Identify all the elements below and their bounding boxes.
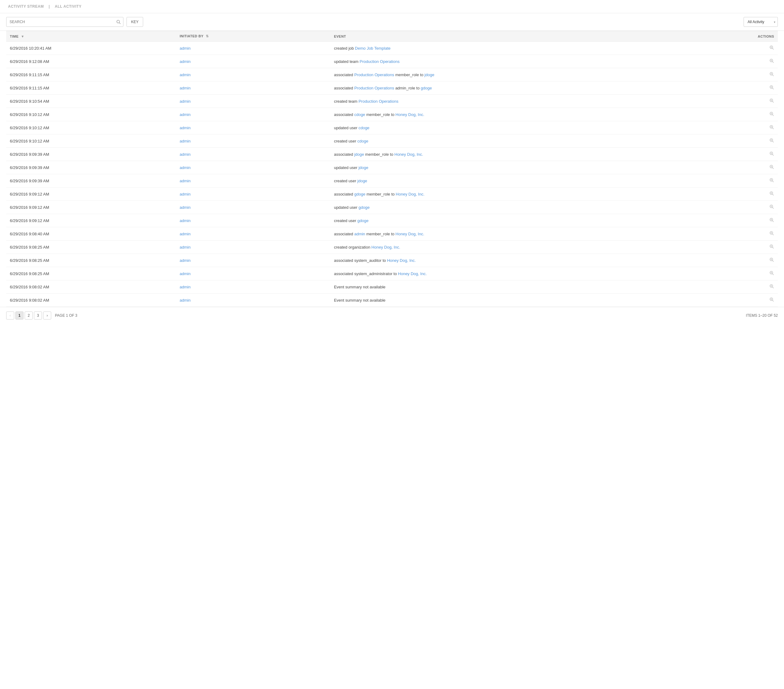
event-link[interactable]: cdoge: [359, 125, 369, 130]
magnify-icon[interactable]: [769, 218, 774, 223]
magnify-icon[interactable]: [769, 125, 774, 130]
initiated-by-link[interactable]: admin: [180, 139, 190, 143]
event-link-1[interactable]: gdoge: [354, 192, 365, 196]
time-cell: 6/29/2016 9:09:12 AM: [6, 187, 176, 201]
event-cell: created user cdoge: [330, 135, 731, 148]
event-link-1[interactable]: Production Operations: [354, 72, 394, 77]
initiated-by-column-header[interactable]: INITIATED BY ⇅: [176, 31, 330, 42]
search-button[interactable]: [114, 17, 123, 26]
svg-line-19: [772, 102, 774, 103]
time-cell: 6/29/2016 9:10:12 AM: [6, 121, 176, 135]
initiated-by-link[interactable]: admin: [180, 271, 190, 276]
time-column-header[interactable]: TIME ▼: [6, 31, 176, 42]
table-row: 6/29/2016 9:10:12 AMadminassociated cdog…: [6, 108, 778, 121]
initiated-by-link[interactable]: admin: [180, 59, 190, 64]
magnify-icon[interactable]: [769, 298, 774, 303]
time-cell: 6/29/2016 9:09:39 AM: [6, 148, 176, 161]
magnify-icon[interactable]: [769, 271, 774, 276]
initiated-by-link[interactable]: admin: [180, 284, 190, 289]
magnify-icon[interactable]: [769, 205, 774, 210]
magnify-icon[interactable]: [769, 86, 774, 90]
time-cell: 6/29/2016 9:08:02 AM: [6, 294, 176, 307]
event-link-2[interactable]: Honey Dog, Inc.: [395, 232, 424, 236]
magnify-icon[interactable]: [769, 138, 774, 144]
initiated-by-link[interactable]: admin: [180, 192, 190, 196]
magnify-icon[interactable]: [769, 152, 774, 157]
magnify-icon[interactable]: [769, 245, 774, 250]
initiated-by-link[interactable]: admin: [180, 179, 190, 183]
time-cell: 6/29/2016 9:08:02 AM: [6, 280, 176, 294]
search-input[interactable]: [7, 17, 114, 26]
event-link[interactable]: Honey Dog, Inc.: [372, 245, 400, 250]
initiated-by-link[interactable]: admin: [180, 125, 190, 130]
magnify-icon[interactable]: [769, 72, 774, 77]
magnify-icon[interactable]: [769, 192, 774, 197]
event-link-2[interactable]: Honey Dog, Inc.: [396, 192, 425, 196]
initiated-by-link[interactable]: admin: [180, 86, 190, 90]
initiated-by-link[interactable]: admin: [180, 112, 190, 117]
event-link-1[interactable]: jdoge: [354, 152, 364, 157]
event-link-2[interactable]: jdoge: [425, 72, 435, 77]
event-link[interactable]: jdoge: [357, 179, 367, 183]
actions-cell: [731, 174, 778, 187]
time-cell: 6/29/2016 9:09:39 AM: [6, 161, 176, 174]
event-link-1[interactable]: admin: [354, 232, 365, 236]
initiated-by-link[interactable]: admin: [180, 298, 190, 303]
event-link-2[interactable]: Honey Dog, Inc.: [395, 112, 424, 117]
event-link-1[interactable]: cdoge: [354, 112, 365, 117]
event-link[interactable]: cdoge: [357, 139, 368, 143]
initiated-by-link[interactable]: admin: [180, 152, 190, 157]
page-3-button[interactable]: 3: [34, 311, 42, 319]
initiated-by-link[interactable]: admin: [180, 232, 190, 236]
initiated-by-cell: admin: [176, 214, 330, 227]
event-link-2[interactable]: gdoge: [421, 86, 432, 90]
sort-icon-2: ⇅: [206, 34, 209, 38]
event-cell: associated Production Operations member_…: [330, 68, 731, 81]
magnify-icon[interactable]: [769, 99, 774, 104]
event-cell: associated Production Operations admin_r…: [330, 81, 731, 95]
magnify-icon[interactable]: [769, 59, 774, 64]
table-row: 6/29/2016 9:08:02 AMadminEvent summary n…: [6, 294, 778, 307]
actions-column-header: ACTIONS: [731, 31, 778, 42]
initiated-by-link[interactable]: admin: [180, 165, 190, 170]
activity-filter-select[interactable]: All Activity Job User Organization Team: [744, 17, 778, 27]
event-link[interactable]: Honey Dog, Inc.: [387, 258, 416, 263]
initiated-by-link[interactable]: admin: [180, 258, 190, 263]
magnify-icon[interactable]: [769, 178, 774, 184]
actions-cell: [731, 201, 778, 214]
initiated-by-link[interactable]: admin: [180, 219, 190, 223]
magnify-icon[interactable]: [769, 258, 774, 263]
event-link[interactable]: Production Operations: [360, 59, 400, 64]
time-cell: 6/29/2016 9:09:12 AM: [6, 201, 176, 214]
event-link-2[interactable]: Honey Dog, Inc.: [394, 152, 423, 157]
event-link[interactable]: Demo Job Template: [355, 46, 390, 51]
event-link[interactable]: gdoge: [359, 205, 370, 210]
magnify-icon[interactable]: [769, 165, 774, 170]
svg-line-67: [772, 261, 774, 262]
event-link[interactable]: jdoge: [359, 165, 368, 170]
magnify-icon[interactable]: [769, 284, 774, 289]
initiated-by-link[interactable]: admin: [180, 46, 190, 51]
next-page-button[interactable]: ›: [43, 311, 51, 319]
svg-line-71: [772, 274, 774, 275]
initiated-by-link[interactable]: admin: [180, 245, 190, 250]
table-body: 6/29/2016 10:20:41 AMadmincreated job De…: [6, 42, 778, 307]
event-link-1[interactable]: Production Operations: [354, 86, 394, 90]
magnify-icon[interactable]: [769, 46, 774, 51]
event-link[interactable]: Production Operations: [359, 99, 398, 104]
event-cell: updated user jdoge: [330, 161, 731, 174]
magnify-icon[interactable]: [769, 112, 774, 117]
event-cell: created job Demo Job Template: [330, 42, 731, 55]
page-1-button[interactable]: 1: [15, 311, 23, 319]
key-button[interactable]: KEY: [127, 17, 143, 27]
prev-page-button[interactable]: ‹: [6, 311, 14, 319]
magnify-icon[interactable]: [769, 231, 774, 237]
initiated-by-link[interactable]: admin: [180, 99, 190, 104]
initiated-by-link[interactable]: admin: [180, 72, 190, 77]
event-link[interactable]: gdoge: [357, 219, 368, 223]
svg-line-23: [772, 115, 774, 116]
event-link[interactable]: Honey Dog, Inc.: [398, 271, 427, 276]
page-2-button[interactable]: 2: [25, 311, 33, 319]
initiated-by-link[interactable]: admin: [180, 205, 190, 210]
event-cell: updated user gdoge: [330, 201, 731, 214]
